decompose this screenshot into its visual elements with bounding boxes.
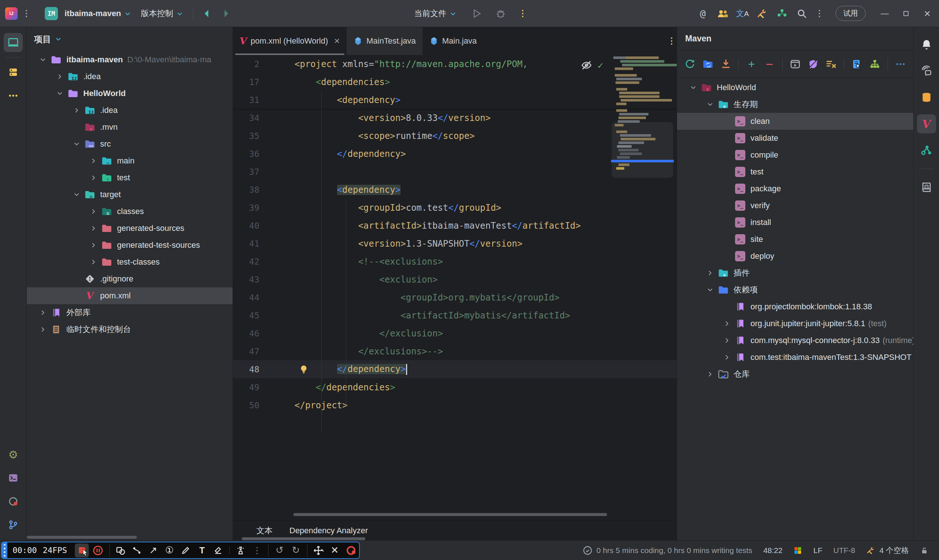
lock-icon[interactable] xyxy=(920,546,929,555)
tree-item-临时文件和控制台[interactable]: 临时文件和控制台 xyxy=(27,321,233,338)
chevron-right-icon[interactable] xyxy=(36,323,49,336)
arrow-tool-icon[interactable]: ↗ xyxy=(146,543,160,557)
move-tool-icon[interactable] xyxy=(311,543,325,557)
code-line-31[interactable]: 31 <dependency> xyxy=(233,91,677,109)
tree-item-target[interactable]: ◎target xyxy=(27,186,233,203)
sync-icon[interactable] xyxy=(682,56,697,72)
run-more-kebab-icon[interactable] xyxy=(518,7,528,20)
close-button[interactable]: × xyxy=(919,6,935,22)
plugin-icon[interactable] xyxy=(775,6,789,21)
tree-item-test[interactable]: >_test xyxy=(677,163,913,180)
editor-tab-maintest.java[interactable]: MainTest.java xyxy=(347,27,422,55)
editor-tab-main.java[interactable]: Main.java xyxy=(422,27,483,55)
chevron-right-icon[interactable] xyxy=(87,222,100,235)
code-line-45[interactable]: 45 <artifactId>mybatis</artifactId> xyxy=(233,306,677,325)
ai-assistant-icon[interactable]: @ xyxy=(695,6,710,21)
file-encoding[interactable]: UTF-8 xyxy=(833,546,856,555)
problems-tool-icon[interactable] xyxy=(4,492,23,511)
code-line-34[interactable]: 34 <version>8.0.33</version> xyxy=(233,109,677,127)
code-line-41[interactable]: 41 <version>1.3-SNAPSHOT</version> xyxy=(233,235,677,252)
chevron-down-icon[interactable] xyxy=(703,98,717,111)
translate-icon[interactable]: 文A xyxy=(735,6,750,21)
tree-item-validate[interactable]: >_validate xyxy=(677,130,913,146)
collaboration-icon[interactable] xyxy=(715,6,730,21)
tab-text[interactable]: 文本 xyxy=(256,525,273,536)
tab-options-kebab-icon[interactable] xyxy=(666,34,677,48)
editor[interactable]: 2<project xmlns="http://maven.apache.org… xyxy=(233,55,677,520)
terminal-tool-icon[interactable] xyxy=(4,468,23,488)
eraser-tool-icon[interactable] xyxy=(211,543,225,557)
tree-item-generated-sources[interactable]: generated-sources xyxy=(27,220,233,237)
code-line-2[interactable]: 2<project xmlns="http://maven.apache.org… xyxy=(233,55,677,73)
code-line-43[interactable]: 43 <exclusion> xyxy=(233,271,677,288)
notifications-bell-icon[interactable] xyxy=(917,35,936,54)
code-line-35[interactable]: 35 <scope>runtime</scope> xyxy=(233,127,677,145)
windows-logo-icon[interactable] xyxy=(793,546,802,555)
maximize-button[interactable] xyxy=(898,6,914,22)
project-tool-icon[interactable] xyxy=(4,33,23,52)
tree-item-.idea[interactable]: IJ.idea xyxy=(27,68,233,85)
caret-position[interactable]: 48:22 xyxy=(763,546,783,555)
number-step-tool-icon[interactable]: ① xyxy=(162,543,176,557)
dictionary-book-icon[interactable]: A xyxy=(917,178,936,197)
code-line-17[interactable]: 17 <dependencies> xyxy=(233,73,677,91)
vcs-widget[interactable]: 版本控制 xyxy=(138,6,187,21)
dependency-diagram-icon[interactable] xyxy=(868,56,882,72)
maven-tool-icon[interactable]: V xyxy=(917,114,936,134)
tree-item-clean[interactable]: >_clean xyxy=(677,113,913,130)
tree-item-compile[interactable]: >_compile xyxy=(677,146,913,163)
record-tool-icon[interactable] xyxy=(344,543,358,557)
chevron-right-icon[interactable] xyxy=(703,368,717,381)
offline-mode-icon[interactable] xyxy=(806,56,821,72)
chevron-right-icon[interactable] xyxy=(70,104,83,117)
project-horizontal-scrollbar[interactable] xyxy=(27,536,137,539)
chevron-right-icon[interactable] xyxy=(720,334,734,347)
inspection-widget[interactable]: ✓ xyxy=(581,59,603,71)
tree-item-helloworld[interactable]: VHelloWorld xyxy=(677,79,913,96)
debug-icon[interactable] xyxy=(493,6,508,21)
undo-tool-icon[interactable]: ↺ xyxy=(273,543,287,557)
redo-tool-icon[interactable]: ↻ xyxy=(289,543,302,557)
tree-item-generated-test-sources[interactable]: generated-test-sources xyxy=(27,237,233,254)
skip-tests-icon[interactable] xyxy=(824,56,839,72)
settings-gear-icon[interactable]: ⚙ xyxy=(4,445,23,464)
code-line-47[interactable]: 47 </exclusions>--> xyxy=(233,342,677,360)
close-tool-icon[interactable]: ✕ xyxy=(328,543,341,557)
tree-item-生存期[interactable]: ✱生存期 xyxy=(677,96,913,113)
tree-item-verify[interactable]: >_verify xyxy=(677,197,913,214)
tree-item-pom.xml[interactable]: Vpom.xml xyxy=(27,287,233,304)
tree-item-src[interactable]: <>src xyxy=(27,135,233,152)
remove-icon[interactable]: − xyxy=(762,56,777,72)
minimize-button[interactable]: — xyxy=(877,6,893,22)
dependencies-graph-icon[interactable] xyxy=(917,141,936,160)
chevron-down-icon[interactable] xyxy=(70,188,83,201)
code-line-44[interactable]: 44 <groupId>org.mybatis</groupId> xyxy=(233,288,677,306)
tree-item-外部库[interactable]: 外部库 xyxy=(27,304,233,321)
add-icon[interactable]: + xyxy=(744,56,759,72)
toolbar-drag-handle[interactable] xyxy=(2,542,7,558)
download-sources-icon[interactable] xyxy=(718,56,733,72)
editor-tab-pom.xml[interactable]: Vpom.xml (HelloWorld)✕ xyxy=(233,27,347,55)
pencil-tool-icon[interactable] xyxy=(179,543,193,557)
line-separator[interactable]: LF xyxy=(813,546,822,555)
tree-item-依赖项[interactable]: 依赖项 xyxy=(677,282,913,298)
tree-item-test[interactable]: ⁝test xyxy=(27,169,233,186)
polyline-tool-icon[interactable] xyxy=(130,543,144,557)
inspections-off-eye-icon[interactable] xyxy=(581,59,592,71)
chevron-right-icon[interactable] xyxy=(703,266,717,280)
tree-item-org.projectlombok-lombok-1.18.38[interactable]: org.projectlombok:lombok:1.18.38 xyxy=(677,298,913,315)
minimap[interactable] xyxy=(611,55,674,238)
tree-item-main[interactable]: ▭main xyxy=(27,152,233,169)
chevron-right-icon[interactable] xyxy=(720,351,734,364)
chevron-down-icon[interactable] xyxy=(70,137,83,151)
more-icon[interactable] xyxy=(893,56,908,72)
chevron-down-icon[interactable] xyxy=(55,35,62,43)
indent-config[interactable]: 4 个空格 xyxy=(866,545,909,555)
close-tab-icon[interactable]: ✕ xyxy=(334,37,340,45)
search-icon[interactable] xyxy=(794,6,809,21)
chevron-down-icon[interactable] xyxy=(36,53,49,66)
code-line-50[interactable]: 50</project> xyxy=(233,396,677,414)
execute-goal-icon[interactable] xyxy=(788,56,803,72)
chevron-right-icon[interactable] xyxy=(87,205,100,218)
repair-tools-icon[interactable] xyxy=(755,6,769,21)
